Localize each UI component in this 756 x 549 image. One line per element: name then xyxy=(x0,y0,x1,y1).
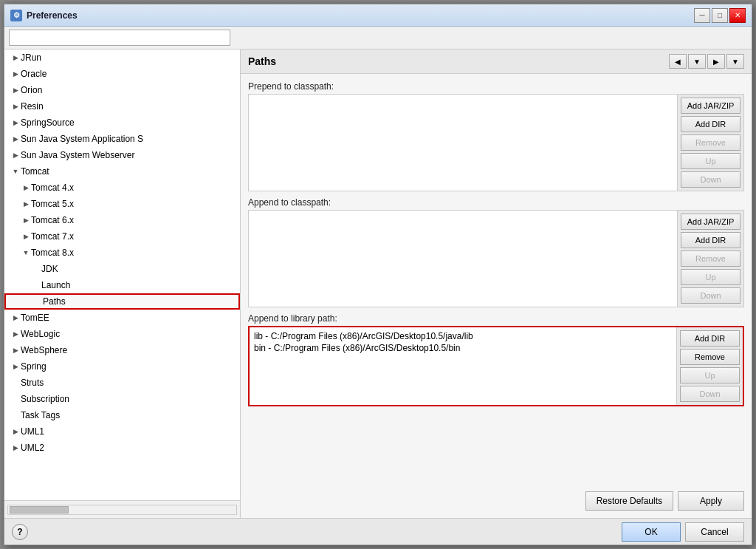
sidebar-item-resin[interactable]: ▶ Resin xyxy=(4,98,240,115)
cancel-button[interactable]: Cancel xyxy=(685,522,744,542)
prepend-remove-button[interactable]: Remove xyxy=(681,134,740,151)
sidebar-label-jrun: JRun xyxy=(21,52,41,63)
library-up-button[interactable]: Up xyxy=(680,367,740,383)
sidebar-label-sun-java-app: Sun Java System Application S xyxy=(21,134,143,144)
sidebar-item-tomcat-5x[interactable]: ▶ Tomcat 5.x xyxy=(4,196,240,212)
expand-icon-uml1: ▶ xyxy=(10,426,21,437)
sidebar-item-websphere[interactable]: ▶ WebSphere xyxy=(4,342,240,358)
expand-icon-jrun: ▶ xyxy=(10,52,21,63)
expand-icon-tomcat-5x: ▶ xyxy=(21,199,31,209)
nav-back-button[interactable]: ◀ xyxy=(669,54,687,69)
library-remove-button[interactable]: Remove xyxy=(680,349,740,365)
maximize-button[interactable]: □ xyxy=(712,8,728,23)
append-up-button[interactable]: Up xyxy=(681,269,740,285)
sidebar-item-uml2[interactable]: ▶ UML2 xyxy=(4,440,240,456)
sidebar-item-weblogic[interactable]: ▶ WebLogic xyxy=(4,326,240,342)
apply-button[interactable]: Apply xyxy=(678,491,744,511)
sidebar-scroll[interactable]: ▶ JRun ▶ Oracle ▶ Orion ▶ Resin xyxy=(4,50,240,500)
sidebar-label-struts: Struts xyxy=(21,378,44,388)
expand-icon-springsource: ▶ xyxy=(10,117,21,128)
sidebar-item-tomcat[interactable]: ▼ Tomcat xyxy=(4,163,240,180)
append-library-label: Append to library path: xyxy=(248,313,744,324)
prepend-classpath-buttons: Add JAR/ZIP Add DIR Remove Up Down xyxy=(677,95,743,191)
append-classpath-list[interactable] xyxy=(249,211,677,307)
search-input[interactable] xyxy=(9,30,230,46)
sidebar-label-oracle: Oracle xyxy=(21,69,47,79)
sidebar-item-uml1[interactable]: ▶ UML1 xyxy=(4,423,240,440)
append-down-button[interactable]: Down xyxy=(681,287,740,304)
scrollbar-thumb xyxy=(10,506,69,514)
prepend-classpath-label: Prepend to classpath: xyxy=(248,81,744,92)
sidebar-item-paths[interactable]: Paths xyxy=(4,293,240,310)
ok-button[interactable]: OK xyxy=(622,522,681,542)
sidebar-label-uml1: UML1 xyxy=(21,426,44,437)
sidebar-item-jrun[interactable]: ▶ JRun xyxy=(4,50,240,66)
sidebar-item-oracle[interactable]: ▶ Oracle xyxy=(4,66,240,82)
main-content: ▶ JRun ▶ Oracle ▶ Orion ▶ Resin xyxy=(4,50,752,518)
sidebar-item-orion[interactable]: ▶ Orion xyxy=(4,82,240,98)
sidebar-item-tomcat-8x[interactable]: ▼ Tomcat 8.x xyxy=(4,245,240,261)
expand-icon-tomcat-8x: ▼ xyxy=(21,248,31,258)
append-library-section: Append to library path: lib - C:/Program… xyxy=(248,313,744,406)
expand-icon-weblogic: ▶ xyxy=(10,329,21,339)
sidebar-item-sun-java-web[interactable]: ▶ Sun Java System Webserver xyxy=(4,147,240,163)
prepend-classpath-list[interactable] xyxy=(249,95,677,191)
sidebar-item-jdk[interactable]: JDK xyxy=(4,261,240,277)
sidebar-label-tomcat-5x: Tomcat 5.x xyxy=(31,199,74,209)
prepend-up-button[interactable]: Up xyxy=(681,153,740,169)
sidebar-item-task-tags[interactable]: Task Tags xyxy=(4,407,240,423)
sidebar-item-springsource[interactable]: ▶ SpringSource xyxy=(4,115,240,131)
nav-forward-dropdown-button[interactable]: ▼ xyxy=(726,54,744,69)
prepend-down-button[interactable]: Down xyxy=(681,171,740,188)
append-remove-button[interactable]: Remove xyxy=(681,250,740,267)
sidebar-label-jdk: JDK xyxy=(41,264,58,274)
sidebar-label-springsource: SpringSource xyxy=(21,117,75,128)
sidebar-item-tomcat-6x[interactable]: ▶ Tomcat 6.x xyxy=(4,212,240,228)
content-body: Prepend to classpath: Add JAR/ZIP Add DI… xyxy=(241,74,752,518)
nav-back-dropdown-button[interactable]: ▼ xyxy=(688,54,706,69)
library-down-button[interactable]: Down xyxy=(680,386,740,402)
sidebar-label-sun-java-web: Sun Java System Webserver xyxy=(21,150,135,160)
sidebar-label-orion: Orion xyxy=(21,85,42,95)
close-button[interactable]: ✕ xyxy=(729,8,746,23)
title-bar: ⚙ Preferences ─ □ ✕ xyxy=(4,4,752,27)
prepend-classpath-section: Prepend to classpath: Add JAR/ZIP Add DI… xyxy=(248,81,744,191)
library-add-dir-button[interactable]: Add DIR xyxy=(680,330,740,347)
sidebar-item-struts[interactable]: Struts xyxy=(4,375,240,391)
append-classpath-section: Append to classpath: Add JAR/ZIP Add DIR… xyxy=(248,197,744,307)
dialog-title: Preferences xyxy=(27,10,694,21)
sidebar-label-subscription: Subscription xyxy=(21,394,69,404)
append-library-list[interactable]: lib - C:/Program Files (x86)/ArcGIS/Desk… xyxy=(250,327,676,405)
expand-icon-sun-java-web: ▶ xyxy=(10,150,21,160)
append-classpath-container: Add JAR/ZIP Add DIR Remove Up Down xyxy=(248,210,744,307)
sidebar-item-tomcat-4x[interactable]: ▶ Tomcat 4.x xyxy=(4,180,240,196)
sidebar-item-tomee[interactable]: ▶ TomEE xyxy=(4,310,240,326)
sidebar-bottom xyxy=(4,500,240,518)
expand-icon-tomcat: ▼ xyxy=(10,166,21,177)
sidebar-label-tomcat-8x: Tomcat 8.x xyxy=(31,248,74,258)
sidebar-label-paths: Paths xyxy=(43,296,66,307)
restore-defaults-button[interactable]: Restore Defaults xyxy=(585,491,673,511)
sidebar-item-spring[interactable]: ▶ Spring xyxy=(4,358,240,375)
horizontal-scrollbar[interactable] xyxy=(7,505,237,515)
sidebar-item-subscription[interactable]: Subscription xyxy=(4,391,240,407)
title-bar-buttons: ─ □ ✕ xyxy=(694,8,746,23)
nav-forward-button[interactable]: ▶ xyxy=(707,54,725,69)
append-add-dir-button[interactable]: Add DIR xyxy=(681,232,740,248)
sidebar-item-launch[interactable]: Launch xyxy=(4,277,240,293)
prepend-add-dir-button[interactable]: Add DIR xyxy=(681,116,740,132)
help-button[interactable]: ? xyxy=(12,524,28,540)
append-library-buttons: Add DIR Remove Up Down xyxy=(676,327,743,405)
append-add-jar-button[interactable]: Add JAR/ZIP xyxy=(681,214,740,230)
prepend-add-jar-button[interactable]: Add JAR/ZIP xyxy=(681,98,740,114)
sidebar-item-sun-java-app[interactable]: ▶ Sun Java System Application S xyxy=(4,131,240,147)
sidebar-label-task-tags: Task Tags xyxy=(21,410,60,420)
sidebar-label-tomcat-7x: Tomcat 7.x xyxy=(31,231,74,242)
expand-icon-paths xyxy=(32,296,43,307)
minimize-button[interactable]: ─ xyxy=(694,8,710,23)
sidebar-label-tomee: TomEE xyxy=(21,313,49,323)
sidebar-item-tomcat-7x[interactable]: ▶ Tomcat 7.x xyxy=(4,228,240,245)
expand-icon-tomcat-6x: ▶ xyxy=(21,215,31,225)
append-classpath-label: Append to classpath: xyxy=(248,197,744,208)
sidebar: ▶ JRun ▶ Oracle ▶ Orion ▶ Resin xyxy=(4,50,241,518)
